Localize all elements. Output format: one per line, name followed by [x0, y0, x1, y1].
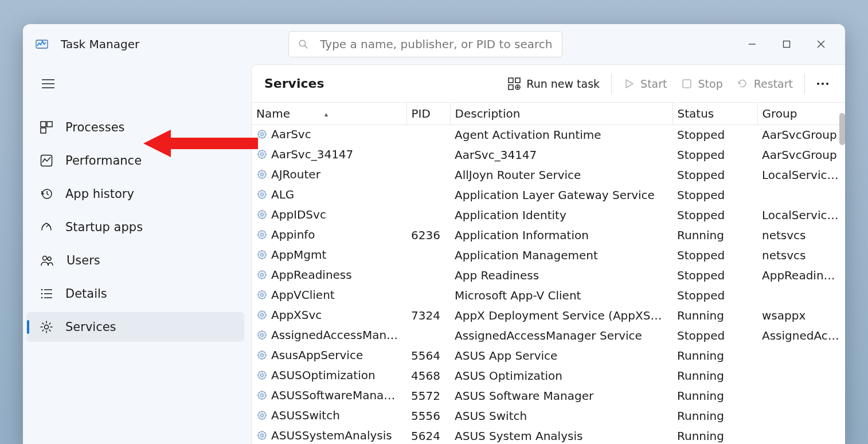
column-header-status[interactable]: Status: [672, 103, 757, 124]
cell-name: Appinfo: [252, 225, 406, 246]
svg-point-17: [48, 257, 51, 260]
service-gear-icon: [256, 410, 268, 424]
cell-group: [757, 386, 845, 406]
cell-description: ASUS Optimization: [450, 366, 672, 386]
column-header-description[interactable]: Description: [450, 103, 672, 124]
services-table-container[interactable]: Name▴ PID Description Status Group AarSv…: [252, 103, 845, 444]
table-row[interactable]: Appinfo6236Application InformationRunnin…: [252, 225, 845, 246]
cell-group: LocalServiceN...: [757, 205, 845, 225]
minimize-button[interactable]: [735, 32, 769, 57]
table-row[interactable]: ASUSSwitch5556ASUS SwitchRunning: [252, 406, 845, 426]
table-row[interactable]: AppIDSvcApplication IdentityStoppedLocal…: [252, 205, 845, 225]
cell-status: Stopped: [672, 165, 757, 185]
search-input[interactable]: [320, 37, 553, 51]
table-row[interactable]: ASUSSoftwareManager5572ASUS Software Man…: [252, 386, 845, 406]
close-button[interactable]: [804, 32, 838, 57]
table-row[interactable]: AJRouterAllJoyn Router ServiceStoppedLoc…: [252, 165, 845, 185]
cell-group: [757, 366, 845, 386]
service-gear-icon: [256, 169, 268, 183]
cell-status: Stopped: [672, 205, 757, 225]
table-row[interactable]: ASUSOptimization4568ASUS OptimizationRun…: [252, 366, 845, 386]
cell-description: Application Layer Gateway Service: [450, 185, 672, 205]
search-container: [288, 31, 562, 57]
cell-name: AppXSvc: [252, 306, 406, 326]
start-button[interactable]: Start: [616, 72, 674, 95]
stop-icon: [681, 78, 693, 89]
svg-rect-11: [47, 122, 52, 127]
cell-description: ASUS App Service: [450, 346, 672, 366]
cell-pid: [406, 124, 450, 145]
cell-pid: [406, 266, 450, 286]
play-icon: [623, 78, 635, 89]
sidebar-item-label: Services: [65, 320, 116, 334]
cell-pid: [406, 185, 450, 205]
svg-point-19: [41, 293, 43, 295]
table-row[interactable]: AssignedAccessManager...AssignedAccessMa…: [252, 326, 845, 346]
service-gear-icon: [256, 189, 268, 203]
table-row[interactable]: AppXSvc7324AppX Deployment Service (AppX…: [252, 306, 845, 326]
table-row[interactable]: AsusAppService5564ASUS App ServiceRunnin…: [252, 346, 845, 366]
table-row[interactable]: ALGApplication Layer Gateway ServiceStop…: [252, 185, 845, 205]
hamburger-button[interactable]: [34, 70, 62, 98]
restart-icon: [737, 78, 748, 89]
column-header-group[interactable]: Group: [757, 103, 845, 124]
main-panel: Services Run new task Start Stop Re: [251, 64, 845, 444]
window-controls: [735, 32, 838, 57]
maximize-button[interactable]: [769, 32, 804, 57]
body: Processes Performance App history Startu…: [23, 64, 845, 444]
cell-description: Application Information: [450, 225, 672, 246]
sidebar-item-startup-apps[interactable]: Startup apps: [26, 212, 244, 242]
sort-indicator-icon: ▴: [324, 110, 328, 118]
table-row[interactable]: AarSvcAgent Activation RuntimeStoppedAar…: [252, 124, 845, 145]
run-new-task-button[interactable]: Run new task: [501, 72, 607, 95]
more-button[interactable]: [810, 82, 836, 85]
cell-status: Stopped: [672, 266, 757, 286]
sidebar-item-details[interactable]: Details: [26, 279, 244, 309]
svg-line-15: [46, 225, 49, 227]
cell-group: LocalServiceN...: [757, 165, 845, 185]
sidebar-item-performance[interactable]: Performance: [26, 146, 244, 176]
cell-name: AppVClient: [252, 286, 406, 306]
app-title: Task Manager: [61, 37, 139, 51]
search-box[interactable]: [288, 31, 562, 57]
cell-pid: 4568: [406, 366, 450, 386]
service-gear-icon: [256, 229, 268, 243]
cell-pid: [406, 205, 450, 225]
sidebar-item-label: Performance: [65, 154, 142, 168]
table-row[interactable]: AppMgmtApplication ManagementStoppednets…: [252, 246, 845, 266]
restart-button[interactable]: Restart: [730, 72, 800, 95]
sidebar-item-app-history[interactable]: App history: [26, 179, 244, 209]
svg-point-20: [41, 297, 43, 299]
table-row[interactable]: AppReadinessApp ReadinessStoppedAppReadi…: [252, 266, 845, 286]
cell-description: ASUS System Analysis: [450, 426, 672, 445]
cell-group: [757, 406, 845, 426]
service-gear-icon: [256, 369, 268, 384]
cell-name: AssignedAccessManager...: [252, 326, 406, 346]
cell-description: AarSvc_34147: [450, 145, 672, 165]
cell-status: Running: [672, 426, 757, 445]
sidebar-item-label: Users: [67, 254, 100, 267]
scrollbar-thumb[interactable]: [839, 113, 845, 145]
cell-pid: 6236: [406, 225, 450, 246]
cell-group: [757, 286, 845, 306]
cell-status: Stopped: [672, 286, 757, 306]
cell-name: ASUSSystemAnalysis: [252, 426, 406, 445]
stop-button[interactable]: Stop: [674, 72, 730, 95]
table-row[interactable]: ASUSSystemAnalysis5624ASUS System Analys…: [252, 426, 845, 445]
cell-status: Running: [672, 306, 757, 326]
cell-name: AJRouter: [252, 165, 406, 185]
svg-rect-10: [41, 122, 46, 127]
cell-group: AarSvcGroup: [757, 145, 845, 165]
cell-pid: 5624: [406, 426, 450, 445]
cell-group: netsvcs: [757, 246, 845, 266]
sidebar-item-services[interactable]: Services: [26, 312, 244, 342]
column-header-pid[interactable]: PID: [406, 103, 450, 124]
cell-status: Stopped: [672, 246, 757, 266]
table-row[interactable]: AppVClientMicrosoft App-V ClientStopped: [252, 286, 845, 306]
sidebar-item-processes[interactable]: Processes: [26, 112, 244, 142]
svg-point-34: [822, 83, 824, 85]
cell-name: AppReadiness: [252, 266, 406, 286]
sidebar-item-users[interactable]: Users: [26, 246, 244, 275]
table-row[interactable]: AarSvc_34147AarSvc_34147StoppedAarSvcGro…: [252, 145, 845, 165]
column-header-name[interactable]: Name▴: [252, 103, 406, 124]
